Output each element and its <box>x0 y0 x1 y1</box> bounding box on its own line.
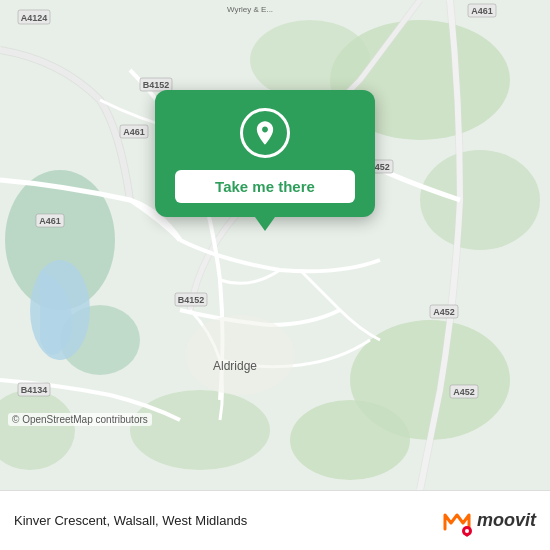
svg-text:A452: A452 <box>433 307 455 317</box>
svg-point-36 <box>465 529 469 533</box>
moovit-logo: moovit <box>441 505 536 537</box>
svg-text:B4134: B4134 <box>21 385 48 395</box>
svg-text:A461: A461 <box>39 216 61 226</box>
svg-text:A452: A452 <box>453 387 475 397</box>
location-pin-icon <box>251 119 279 147</box>
svg-text:A461: A461 <box>471 6 493 16</box>
svg-point-4 <box>290 400 410 480</box>
svg-text:Aldridge: Aldridge <box>213 359 257 373</box>
svg-text:B4152: B4152 <box>178 295 205 305</box>
svg-text:A4124: A4124 <box>21 13 48 23</box>
svg-point-8 <box>130 390 270 470</box>
map-container: A4124 A461 A461 A461 A452 A452 A452 B415… <box>0 0 550 490</box>
svg-point-11 <box>185 315 295 395</box>
location-icon-wrapper <box>240 108 290 158</box>
address-text: Kinver Crescent, Walsall, West Midlands <box>14 513 247 528</box>
bottom-bar: Kinver Crescent, Walsall, West Midlands … <box>0 490 550 550</box>
popup-card: Take me there <box>155 90 375 217</box>
moovit-logo-icon <box>441 505 473 537</box>
svg-point-2 <box>420 150 540 250</box>
svg-text:Wyrley & E...: Wyrley & E... <box>227 5 273 14</box>
svg-text:A461: A461 <box>123 127 145 137</box>
map-attribution: © OpenStreetMap contributors <box>8 413 152 426</box>
moovit-text: moovit <box>477 510 536 531</box>
take-me-there-button[interactable]: Take me there <box>175 170 355 203</box>
svg-text:B4152: B4152 <box>143 80 170 90</box>
